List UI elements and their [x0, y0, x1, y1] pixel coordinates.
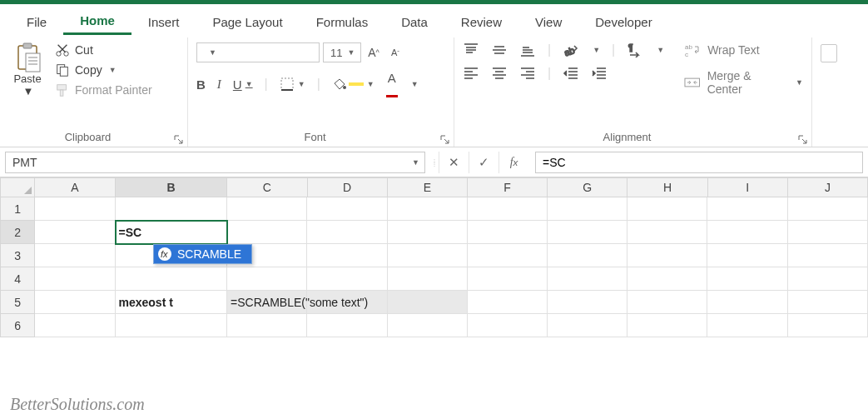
cell-e6[interactable]: [388, 314, 468, 337]
align-center-button[interactable]: [491, 66, 508, 81]
cell-a5[interactable]: [35, 291, 115, 314]
cell-d1[interactable]: [307, 197, 387, 221]
cell-a6[interactable]: [35, 314, 115, 337]
cell-j3[interactable]: [788, 244, 868, 267]
insert-function-button[interactable]: fx: [498, 152, 528, 173]
row-header-5[interactable]: 5: [0, 291, 35, 314]
cell-d3[interactable]: [307, 244, 387, 267]
cell-f6[interactable]: [468, 314, 548, 337]
tab-formulas[interactable]: Formulas: [300, 8, 385, 34]
cell-c5[interactable]: =SCRAMBLE("some text"): [227, 291, 307, 314]
cell-e1[interactable]: [388, 197, 468, 221]
cell-g1[interactable]: [548, 197, 627, 221]
formula-input[interactable]: =SC: [535, 152, 863, 173]
cell-c2[interactable]: [227, 221, 307, 244]
cell-h5[interactable]: [627, 291, 707, 314]
cell-f4[interactable]: [468, 267, 548, 291]
font-color-button[interactable]: A: [386, 71, 398, 97]
chevron-down-icon[interactable]: ▼: [593, 46, 600, 54]
cell-j6[interactable]: [788, 314, 868, 337]
cell-f1[interactable]: [468, 197, 548, 221]
bold-button[interactable]: B: [196, 77, 206, 92]
row-header-2[interactable]: 2: [0, 221, 35, 244]
wrap-text-button[interactable]: abc Wrap Text: [684, 42, 803, 57]
autocomplete-item[interactable]: fx SCRAMBLE: [154, 245, 251, 263]
cell-c6[interactable]: [227, 314, 307, 337]
tab-developer[interactable]: Developer: [578, 8, 668, 34]
cell-a1[interactable]: [35, 197, 115, 221]
cell-i5[interactable]: [707, 291, 787, 314]
cell-g5[interactable]: [548, 291, 627, 314]
cell-h4[interactable]: [627, 267, 707, 291]
cell-e3[interactable]: [388, 244, 468, 267]
dialog-launcher-icon[interactable]: [440, 133, 450, 143]
col-header-d[interactable]: D: [308, 177, 388, 197]
col-header-c[interactable]: C: [227, 177, 307, 197]
cell-j4[interactable]: [788, 267, 868, 291]
select-all-corner[interactable]: [0, 177, 35, 197]
cell-b6[interactable]: [116, 314, 228, 337]
align-top-button[interactable]: [463, 42, 479, 57]
dialog-launcher-icon[interactable]: [174, 133, 184, 143]
cell-e2[interactable]: [388, 221, 468, 244]
cell-h3[interactable]: [627, 244, 707, 267]
increase-indent-button[interactable]: [591, 66, 608, 81]
dialog-launcher-icon[interactable]: [798, 133, 808, 143]
cell-a4[interactable]: [35, 267, 115, 291]
cell-j2[interactable]: [788, 221, 868, 244]
cell-d4[interactable]: [307, 267, 387, 291]
cell-f5[interactable]: [468, 291, 548, 314]
copy-button[interactable]: Copy ▼: [55, 62, 152, 77]
cell-i3[interactable]: [707, 244, 787, 267]
cell-a3[interactable]: [35, 244, 115, 267]
cell-f2[interactable]: [468, 221, 548, 244]
row-header-3[interactable]: 3: [0, 244, 35, 267]
align-middle-button[interactable]: [491, 42, 508, 57]
increase-font-button[interactable]: A^: [365, 42, 383, 62]
cell-i6[interactable]: [707, 314, 787, 337]
paste-button[interactable]: Paste ▼: [8, 42, 47, 97]
format-painter-button[interactable]: Format Painter: [55, 82, 152, 97]
ltr-button[interactable]: ¶: [627, 42, 643, 57]
cell-h1[interactable]: [627, 197, 707, 221]
cell-g6[interactable]: [548, 314, 627, 337]
decrease-indent-button[interactable]: [563, 66, 579, 81]
chevron-down-icon[interactable]: ▼: [411, 80, 419, 88]
accept-formula-button[interactable]: ✓: [469, 152, 498, 173]
cell-b5[interactable]: mexeost t: [116, 291, 228, 314]
col-header-b[interactable]: B: [116, 177, 228, 197]
col-header-h[interactable]: H: [627, 177, 707, 197]
orientation-button[interactable]: ab: [563, 42, 579, 57]
tab-view[interactable]: View: [518, 8, 578, 34]
cell-i2[interactable]: [707, 221, 787, 244]
cell-c4[interactable]: [227, 267, 307, 291]
cell-b2[interactable]: =SC: [116, 221, 228, 244]
chevron-down-icon[interactable]: ▼: [657, 46, 664, 54]
italic-button[interactable]: I: [217, 77, 221, 92]
cell-e4[interactable]: [388, 267, 468, 291]
resize-handle[interactable]: ⋮⋮: [430, 159, 439, 166]
row-header-6[interactable]: 6: [0, 314, 35, 337]
font-name-combo[interactable]: ▼: [196, 42, 320, 62]
cell-b1[interactable]: [116, 197, 228, 221]
row-header-1[interactable]: 1: [0, 197, 35, 221]
tab-page-layout[interactable]: Page Layout: [196, 8, 299, 34]
cell-c1[interactable]: [227, 197, 307, 221]
cell-f3[interactable]: [468, 244, 548, 267]
align-right-button[interactable]: [519, 66, 536, 81]
cell-h2[interactable]: [627, 221, 707, 244]
row-header-4[interactable]: 4: [0, 267, 35, 291]
cell-g2[interactable]: [548, 221, 627, 244]
fill-color-button[interactable]: ▼: [332, 77, 374, 91]
tab-review[interactable]: Review: [444, 8, 518, 34]
tab-home[interactable]: Home: [63, 7, 131, 35]
cell-a2[interactable]: [35, 221, 115, 244]
cell-j1[interactable]: [788, 197, 868, 221]
tab-file[interactable]: File: [10, 8, 63, 34]
decrease-font-button[interactable]: Aˇ: [386, 42, 404, 62]
cell-h6[interactable]: [627, 314, 707, 337]
cell-g3[interactable]: [548, 244, 627, 267]
col-header-j[interactable]: J: [788, 177, 868, 197]
col-header-g[interactable]: G: [548, 177, 627, 197]
name-box[interactable]: PMT▼: [5, 152, 425, 173]
